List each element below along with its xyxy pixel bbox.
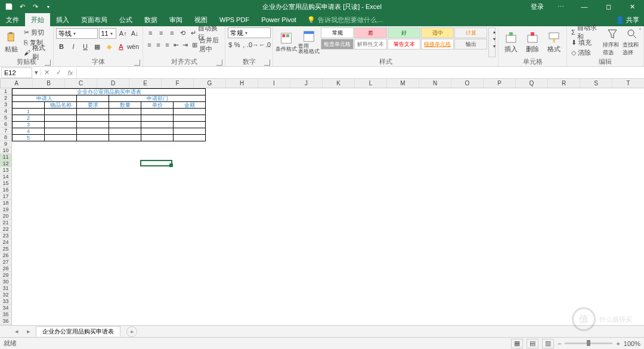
column-header[interactable]: C bbox=[65, 79, 97, 88]
column-header[interactable]: E bbox=[129, 79, 162, 88]
cell-style-option[interactable]: 链接单元格 bbox=[421, 39, 454, 50]
minimize-button[interactable]: — bbox=[572, 0, 596, 13]
row-header[interactable]: 30 bbox=[0, 279, 11, 285]
share-button[interactable]: 👤共享 bbox=[616, 16, 644, 24]
row-header[interactable]: 24 bbox=[0, 239, 11, 246]
bold-button[interactable]: B bbox=[56, 41, 67, 52]
column-header[interactable]: I bbox=[258, 79, 290, 88]
row-header[interactable]: 34 bbox=[0, 305, 11, 311]
increase-decimal-icon[interactable]: .0→ bbox=[247, 39, 258, 50]
login-button[interactable]: 登录 bbox=[526, 2, 549, 11]
row-header[interactable]: 29 bbox=[0, 272, 11, 279]
column-header[interactable]: T bbox=[612, 79, 644, 88]
row-header[interactable]: 6 bbox=[0, 121, 11, 128]
border-button[interactable]: ▦ bbox=[92, 41, 103, 52]
cell-style-option[interactable]: 常规 bbox=[321, 27, 354, 38]
row-header[interactable]: 10 bbox=[0, 147, 11, 154]
row-header[interactable]: 27 bbox=[0, 259, 11, 265]
row-header[interactable]: 18 bbox=[0, 200, 11, 206]
format-cells-button[interactable]: 格式 bbox=[544, 27, 564, 57]
format-as-table-button[interactable]: 套用 表格格式 bbox=[298, 27, 320, 57]
cell-style-option[interactable]: 解释性文本 bbox=[354, 39, 387, 50]
fill-handle[interactable] bbox=[169, 163, 173, 167]
row-header[interactable]: 7 bbox=[0, 128, 11, 134]
formula-bar[interactable] bbox=[76, 67, 644, 78]
tab-nav-next-icon[interactable]: ▸ bbox=[24, 328, 33, 335]
format-painter-button[interactable]: 🖌格式刷 bbox=[22, 48, 51, 57]
column-header[interactable]: K bbox=[323, 79, 355, 88]
row-header[interactable]: 11 bbox=[0, 154, 11, 160]
align-center-icon[interactable]: ≡ bbox=[154, 39, 162, 50]
maximize-button[interactable]: ◻ bbox=[596, 0, 620, 13]
column-header[interactable]: G bbox=[194, 79, 226, 88]
cancel-formula-icon[interactable]: ✕ bbox=[41, 67, 52, 79]
tab-insert[interactable]: 插入 bbox=[50, 13, 75, 26]
tab-power-pivot[interactable]: Power Pivot bbox=[255, 13, 302, 26]
sort-filter-button[interactable]: 排序和筛选 bbox=[603, 27, 621, 57]
row-header[interactable]: 4 bbox=[0, 108, 11, 115]
name-box[interactable]: E12 bbox=[1, 67, 32, 78]
font-color-button[interactable]: A bbox=[116, 41, 126, 52]
row-header[interactable]: 35 bbox=[0, 311, 11, 318]
insert-cells-button[interactable]: 插入 bbox=[501, 27, 521, 57]
conditional-format-button[interactable]: 条件格式 bbox=[275, 27, 297, 57]
column-header[interactable]: N bbox=[419, 79, 451, 88]
tab-formulas[interactable]: 公式 bbox=[113, 13, 138, 26]
normal-view-icon[interactable]: ▦ bbox=[511, 339, 523, 348]
qat-dropdown-icon[interactable]: ▾ bbox=[43, 1, 54, 12]
fx-icon[interactable]: fx bbox=[64, 67, 76, 79]
column-header[interactable]: O bbox=[451, 79, 484, 88]
align-launcher-icon[interactable] bbox=[216, 60, 222, 66]
row-header[interactable]: 26 bbox=[0, 252, 11, 259]
row-header[interactable]: 37 bbox=[0, 325, 11, 325]
cell-grid[interactable]: 企业办公室用品购买申请表 申请人申请部门 物品名称要求数量单价金额 12345 bbox=[12, 88, 644, 325]
zoom-level[interactable]: 100% bbox=[624, 340, 640, 347]
row-header[interactable]: 22 bbox=[0, 226, 11, 233]
row-header[interactable]: 13 bbox=[0, 167, 11, 174]
close-button[interactable]: ✕ bbox=[620, 0, 644, 13]
cell-style-option[interactable]: 计算 bbox=[454, 27, 487, 38]
name-box-dropdown-icon[interactable]: ▾ bbox=[32, 69, 41, 76]
font-name-combo[interactable]: 等线▾ bbox=[56, 28, 97, 39]
tell-me-search[interactable]: 💡告诉我您想要做什么… bbox=[307, 16, 383, 24]
row-header[interactable]: 12 bbox=[0, 160, 11, 167]
cell-style-option[interactable]: 适中 bbox=[421, 27, 454, 38]
autosum-button[interactable]: Σ自动求和 bbox=[569, 27, 602, 37]
cell-style-option[interactable]: 差 bbox=[354, 27, 387, 38]
align-middle-icon[interactable]: ≡ bbox=[156, 27, 166, 38]
align-top-icon[interactable]: ≡ bbox=[145, 27, 155, 38]
row-header[interactable]: 9 bbox=[0, 141, 11, 147]
tab-data[interactable]: 数据 bbox=[138, 13, 163, 26]
zoom-out-icon[interactable]: − bbox=[558, 340, 561, 347]
row-header[interactable]: 25 bbox=[0, 246, 11, 252]
cell-style-option[interactable]: 警告文本 bbox=[388, 39, 420, 50]
orientation-icon[interactable]: ⟲ bbox=[178, 27, 188, 38]
row-header[interactable]: 8 bbox=[0, 134, 11, 141]
delete-cells-button[interactable]: 删除 bbox=[522, 27, 543, 57]
column-header[interactable]: H bbox=[226, 79, 258, 88]
fill-button[interactable]: ⬇填充 bbox=[569, 38, 602, 47]
column-header[interactable]: B bbox=[33, 79, 65, 88]
cell-style-option[interactable]: 好 bbox=[388, 27, 420, 38]
column-header[interactable]: D bbox=[97, 79, 129, 88]
tab-nav-prev-icon[interactable]: ◂ bbox=[12, 328, 21, 335]
fill-color-button[interactable]: ◆ bbox=[104, 41, 114, 52]
cell-style-option[interactable]: 检查单元格 bbox=[321, 39, 354, 50]
column-header[interactable]: P bbox=[484, 79, 516, 88]
comma-format-icon[interactable]: , bbox=[241, 39, 246, 50]
decrease-indent-icon[interactable]: ⇤ bbox=[172, 39, 180, 50]
row-header[interactable]: 36 bbox=[0, 318, 11, 325]
ribbon-options-icon[interactable]: ⋯ bbox=[549, 0, 572, 13]
row-header[interactable]: 17 bbox=[0, 193, 11, 200]
italic-button[interactable]: I bbox=[68, 41, 79, 52]
sheet-tab[interactable]: 企业办公室用品购买申请表 bbox=[36, 326, 120, 336]
align-left-icon[interactable]: ≡ bbox=[145, 39, 153, 50]
undo-icon[interactable]: ↶ bbox=[17, 1, 27, 12]
zoom-slider[interactable] bbox=[565, 342, 612, 344]
column-header[interactable]: S bbox=[580, 79, 612, 88]
column-header[interactable]: Q bbox=[516, 79, 548, 88]
tab-page-layout[interactable]: 页面布局 bbox=[75, 13, 113, 26]
row-header[interactable]: 3 bbox=[0, 101, 11, 108]
row-header[interactable]: 32 bbox=[0, 292, 11, 298]
row-header[interactable]: 20 bbox=[0, 213, 11, 220]
